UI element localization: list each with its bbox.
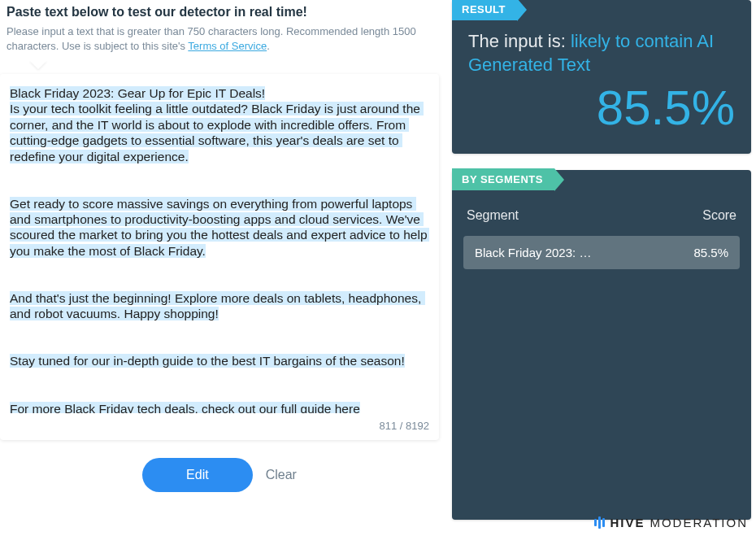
clear-button[interactable]: Clear xyxy=(266,468,297,482)
input-text-content[interactable]: Black Friday 2023: Gear Up for Epic IT D… xyxy=(10,85,429,413)
tos-link[interactable]: Terms of Service xyxy=(188,40,267,52)
segments-header: Segment Score xyxy=(463,198,740,236)
highlighted-line: Get ready to score massive savings on ev… xyxy=(10,197,429,258)
brand-footer: HIVE MODERATION xyxy=(594,516,748,529)
header-desc-post: . xyxy=(267,40,270,52)
result-text: The input is: likely to contain AI Gener… xyxy=(468,30,735,76)
brand-light: MODERATION xyxy=(650,516,748,529)
result-percent: 85.5% xyxy=(468,80,735,136)
col-segment: Segment xyxy=(467,208,519,223)
segment-name: Black Friday 2023: … xyxy=(475,246,591,259)
segment-score: 85.5% xyxy=(693,246,728,259)
segment-row[interactable]: Black Friday 2023: … 85.5% xyxy=(463,236,740,269)
header: Paste text below to test our detector in… xyxy=(0,0,439,61)
header-description: Please input a text that is greater than… xyxy=(7,24,432,53)
col-score: Score xyxy=(702,208,736,223)
input-text-card: Black Friday 2023: Gear Up for Epic IT D… xyxy=(0,74,439,440)
highlighted-line: Black Friday 2023: Gear Up for Epic IT D… xyxy=(10,86,265,100)
result-tag: RESULT xyxy=(452,0,517,20)
brand-strong: HIVE xyxy=(610,516,645,529)
highlighted-line: For more Black Friday tech deals, check … xyxy=(10,402,360,414)
segments-panel: BY SEGMENTS Segment Score Black Friday 2… xyxy=(452,170,751,520)
action-row: Edit Clear xyxy=(0,440,439,510)
pointer-icon xyxy=(29,60,47,69)
segments-tag: BY SEGMENTS xyxy=(452,168,554,190)
result-panel: RESULT The input is: likely to contain A… xyxy=(452,0,751,154)
header-title: Paste text below to test our detector in… xyxy=(7,5,432,20)
result-prefix: The input is: xyxy=(468,31,571,51)
brand-logo-icon xyxy=(594,516,605,529)
highlighted-line: Stay tuned for our in-depth guide to the… xyxy=(10,354,405,368)
edit-button[interactable]: Edit xyxy=(142,458,253,492)
highlighted-line: And that's just the beginning! Explore m… xyxy=(10,291,425,320)
highlighted-line: Is your tech toolkit feeling a little ou… xyxy=(10,102,424,163)
char-counter: 811 / 8192 xyxy=(10,413,429,432)
